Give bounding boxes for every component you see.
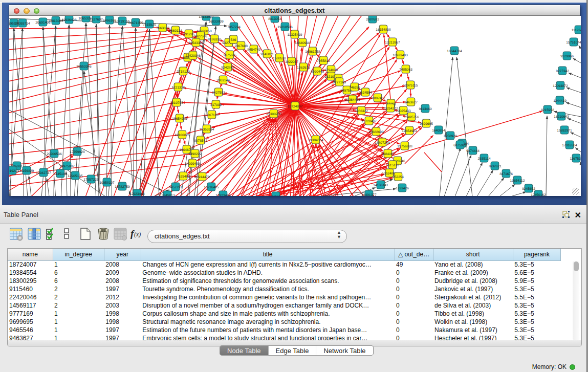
svg-text:19756928: 19756928 [397, 145, 412, 148]
svg-text:1362615: 1362615 [297, 66, 310, 70]
svg-text:9327506: 9327506 [194, 35, 207, 38]
svg-text:7632621: 7632621 [488, 165, 502, 168]
svg-text:18724007: 18724007 [288, 105, 303, 108]
svg-text:891295: 891295 [183, 33, 194, 36]
svg-text:19245013: 19245013 [160, 194, 175, 196]
svg-text:546: 546 [230, 38, 236, 42]
svg-text:19936428: 19936428 [61, 18, 77, 22]
svg-text:3919213: 3919213 [9, 169, 19, 173]
svg-text:9242848: 9242848 [221, 66, 234, 70]
svg-text:20206536: 20206536 [47, 152, 62, 156]
svg-text:2367608: 2367608 [234, 45, 248, 48]
svg-text:2087682: 2087682 [366, 18, 379, 21]
svg-text:9457791: 9457791 [169, 186, 182, 189]
svg-text:9777169: 9777169 [333, 81, 346, 84]
svg-text:19384554: 19384554 [308, 139, 323, 142]
svg-text:252254: 252254 [393, 176, 404, 179]
svg-text:10807487: 10807487 [370, 97, 385, 100]
svg-text:9146821: 9146821 [260, 53, 274, 56]
svg-text:12905135: 12905135 [68, 174, 83, 178]
svg-text:9245652: 9245652 [522, 187, 535, 191]
svg-text:8660124: 8660124 [169, 29, 182, 33]
svg-text:1244419: 1244419 [553, 99, 567, 103]
svg-text:15720407: 15720407 [361, 120, 377, 123]
svg-text:20553346: 20553346 [76, 65, 92, 69]
svg-text:6794028: 6794028 [324, 69, 338, 72]
svg-text:746266: 746266 [349, 86, 360, 90]
svg-text:11325419: 11325419 [288, 33, 302, 37]
svg-text:3675685: 3675685 [223, 54, 236, 57]
svg-text:9463627: 9463627 [404, 101, 418, 104]
svg-text:16671355: 16671355 [128, 21, 143, 25]
svg-text:18133904: 18133904 [199, 16, 214, 19]
svg-text:5498222: 5498222 [188, 152, 202, 156]
svg-text:7663822: 7663822 [156, 27, 169, 30]
svg-text:12923468: 12923468 [129, 192, 145, 196]
svg-text:8471676: 8471676 [499, 172, 513, 176]
svg-text:14136141: 14136141 [373, 184, 388, 187]
svg-text:12923466: 12923466 [215, 194, 231, 196]
svg-text:1527602: 1527602 [90, 18, 103, 21]
svg-text:9474444: 9474444 [466, 149, 480, 153]
svg-text:14055714: 14055714 [15, 22, 30, 26]
svg-text:8878542: 8878542 [194, 139, 207, 143]
svg-text:9227342: 9227342 [556, 70, 569, 73]
svg-text:21364436: 21364436 [345, 98, 360, 102]
svg-text:10973493: 10973493 [393, 54, 408, 57]
svg-text:1588520: 1588520 [273, 57, 286, 60]
svg-text:12942737: 12942737 [36, 171, 51, 175]
svg-text:3267110: 3267110 [205, 114, 219, 117]
svg-text:1615132: 1615132 [386, 164, 399, 167]
svg-text:8813054: 8813054 [268, 17, 281, 21]
svg-text:16543362: 16543362 [188, 41, 204, 45]
svg-text:11353594: 11353594 [200, 128, 214, 132]
svg-text:7955812: 7955812 [317, 59, 330, 63]
svg-text:(x): (x) [134, 231, 141, 238]
svg-text:10654112: 10654112 [510, 179, 525, 183]
svg-text:8215958: 8215958 [541, 108, 554, 112]
svg-text:16644784: 16644784 [447, 50, 462, 53]
svg-text:1167533: 1167533 [570, 157, 581, 161]
svg-text:7625402: 7625402 [177, 175, 190, 179]
svg-text:16914479: 16914479 [194, 176, 210, 179]
svg-text:16491377: 16491377 [361, 193, 377, 196]
svg-text:8427552: 8427552 [212, 91, 225, 95]
svg-text:16210643: 16210643 [554, 115, 569, 119]
svg-text:12450162: 12450162 [531, 193, 546, 196]
svg-text:17359928: 17359928 [70, 150, 85, 154]
svg-text:19218506: 19218506 [277, 26, 293, 29]
svg-text:3822037: 3822037 [285, 60, 298, 64]
svg-text:18807249: 18807249 [375, 141, 390, 145]
svg-text:7515520: 7515520 [143, 23, 156, 27]
svg-text:8990448: 8990448 [311, 70, 324, 74]
svg-text:11123456: 11123456 [572, 29, 581, 32]
svg-text:1221338: 1221338 [171, 86, 185, 90]
svg-text:17016504: 17016504 [562, 144, 577, 147]
svg-text:3624554: 3624554 [359, 91, 372, 95]
svg-text:10025433: 10025433 [396, 110, 411, 113]
svg-text:16033809: 16033809 [208, 20, 224, 24]
svg-text:2803144: 2803144 [216, 79, 230, 82]
svg-text:9699695: 9699695 [420, 122, 433, 126]
svg-text:16154808: 16154808 [376, 28, 391, 32]
svg-text:25300235: 25300235 [266, 113, 281, 116]
svg-text:6466160: 6466160 [103, 19, 116, 23]
svg-text:16782759: 16782759 [115, 185, 130, 189]
svg-text:1733426: 1733426 [396, 187, 409, 190]
svg-text:10975887: 10975887 [59, 165, 75, 168]
svg-text:6875921: 6875921 [453, 144, 467, 147]
svg-text:11156829: 11156829 [19, 169, 34, 173]
svg-text:15751074: 15751074 [566, 41, 581, 45]
svg-text:9113460: 9113460 [419, 107, 432, 111]
svg-text:15716485: 15716485 [204, 186, 219, 189]
svg-text:14099489: 14099489 [185, 162, 200, 166]
svg-text:9129966: 9129966 [560, 55, 574, 58]
svg-text:9245012: 9245012 [269, 195, 282, 196]
svg-text:19166825: 19166825 [175, 134, 190, 137]
svg-text:16961758: 16961758 [305, 50, 320, 54]
svg-text:1010755: 1010755 [170, 101, 183, 105]
svg-text:1640954: 1640954 [432, 129, 445, 133]
svg-text:8454749: 8454749 [247, 48, 260, 52]
svg-text:9684067: 9684067 [381, 152, 395, 156]
svg-text:10254272: 10254272 [383, 107, 398, 111]
